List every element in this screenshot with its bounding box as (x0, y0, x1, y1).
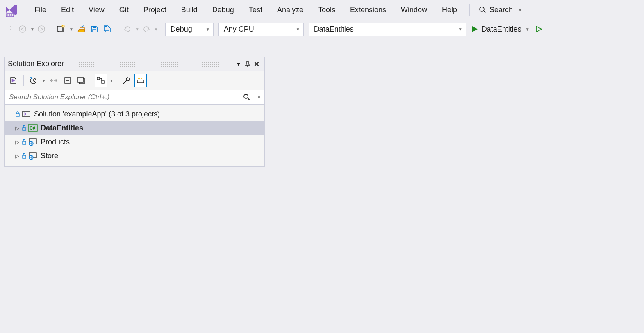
project-node-products[interactable]: ▷ Products (5, 135, 264, 149)
search-button[interactable] (239, 94, 254, 101)
start-debug-button[interactable]: DataEntities ▼ (471, 25, 530, 34)
svg-point-4 (9, 26, 9, 27)
platform-dropdown[interactable]: Any CPU ▼ (218, 23, 304, 36)
svg-point-2 (480, 7, 484, 11)
menu-debug[interactable]: Debug (205, 2, 241, 18)
configuration-dropdown[interactable]: Debug ▼ (165, 23, 214, 36)
chevron-down-icon[interactable]: ▼ (109, 78, 114, 83)
close-button[interactable] (252, 59, 261, 68)
project-node-store[interactable]: ▷ Store (5, 149, 264, 163)
main-toolbar: ▼ ▼ ▼ ▼ Debug ▼ Any CPU ▼ DataEntities ▼… (0, 20, 644, 39)
pending-changes-filter-button[interactable] (27, 74, 39, 87)
svg-text:PRE: PRE (7, 14, 14, 16)
svg-point-11 (38, 26, 45, 32)
search-label: Search (489, 6, 513, 14)
startup-project-dropdown[interactable]: DataEntities ▼ (309, 23, 466, 36)
menu-help[interactable]: Help (435, 2, 464, 18)
chevron-down-icon: ▼ (458, 27, 462, 32)
menu-project[interactable]: Project (136, 2, 174, 18)
search-icon (479, 6, 486, 14)
solution-search-input[interactable] (5, 93, 239, 101)
chevron-down-icon[interactable]: ▼ (42, 78, 46, 83)
track-active-button[interactable] (95, 74, 107, 87)
chevron-down-icon[interactable]: ▼ (135, 27, 139, 32)
svg-rect-25 (102, 81, 104, 83)
solution-tree: Solution 'exampleApp' (3 of 3 projects) … (5, 105, 264, 166)
svg-line-26 (123, 80, 127, 84)
grab-handle-icon (4, 23, 16, 35)
menu-tools[interactable]: Tools (311, 2, 343, 18)
properties-button[interactable] (121, 74, 133, 87)
configuration-value: Debug (171, 25, 192, 34)
svg-point-8 (9, 32, 9, 32)
menu-build[interactable]: Build (174, 2, 205, 18)
menu-window[interactable]: Window (394, 2, 435, 18)
svg-point-6 (9, 29, 9, 30)
chevron-down-icon: ▼ (526, 27, 530, 32)
solution-explorer-toolbar: ▼ ▼ (5, 71, 264, 90)
web-project-icon (27, 152, 38, 160)
window-position-button[interactable]: ▼ (234, 59, 243, 68)
panel-title: Solution Explorer (8, 59, 64, 68)
lock-icon (21, 153, 27, 159)
menu-divider (469, 4, 470, 16)
menu-extensions[interactable]: Extensions (343, 2, 394, 18)
search-options-button[interactable]: ▼ (254, 95, 264, 100)
open-file-button[interactable] (74, 23, 87, 35)
menu-bar: PRE File Edit View Git Project Build Deb… (0, 0, 644, 20)
project-label: DataEntities (38, 124, 83, 132)
expand-arrow-icon[interactable]: ▷ (14, 125, 21, 131)
svg-point-5 (10, 26, 11, 27)
menu-file[interactable]: File (27, 2, 54, 18)
chevron-down-icon[interactable]: ▼ (30, 27, 34, 32)
chevron-down-icon: ▼ (296, 27, 300, 32)
home-button[interactable] (8, 74, 20, 87)
vs-logo-icon: PRE (4, 2, 19, 17)
solution-icon (21, 110, 32, 118)
svg-text:C#: C# (30, 125, 35, 130)
solution-search-row: ▼ (5, 90, 264, 105)
start-without-debug-button[interactable] (533, 23, 544, 35)
menu-view[interactable]: View (81, 2, 112, 18)
chevron-down-icon[interactable]: ▼ (154, 27, 158, 32)
menu-test[interactable]: Test (241, 2, 270, 18)
pin-icon (245, 61, 250, 67)
search-menu[interactable]: Search ▼ (475, 4, 526, 16)
save-button[interactable] (88, 23, 100, 35)
pin-button[interactable] (243, 59, 252, 68)
sync-button[interactable] (48, 74, 60, 87)
toolbar-separator (118, 24, 118, 34)
solution-explorer-panel: Solution Explorer ▼ ▼ ▼ ▼ S (4, 57, 265, 166)
menu-analyze[interactable]: Analyze (270, 2, 311, 18)
svg-point-9 (10, 32, 11, 32)
save-all-button[interactable] (101, 23, 114, 35)
svg-rect-15 (93, 26, 96, 28)
expand-arrow-icon[interactable]: ▷ (14, 153, 21, 159)
expand-arrow-icon[interactable]: ▷ (14, 139, 21, 145)
web-project-icon (27, 138, 38, 146)
run-label: DataEntities (482, 25, 521, 34)
preview-button[interactable] (134, 74, 147, 87)
menu-git[interactable]: Git (112, 2, 136, 18)
startup-project-value: DataEntities (314, 25, 354, 34)
svg-rect-27 (137, 80, 144, 83)
show-all-files-button[interactable] (75, 74, 88, 87)
svg-point-10 (19, 26, 26, 32)
new-project-button[interactable] (55, 23, 68, 35)
panel-drag-handle[interactable] (68, 61, 230, 67)
svg-point-7 (10, 29, 11, 30)
toolbar-separator (91, 75, 91, 86)
collapse-all-button[interactable] (61, 74, 74, 87)
menu-edit[interactable]: Edit (54, 2, 81, 18)
csharp-project-icon: C# (27, 124, 38, 132)
svg-rect-23 (78, 77, 83, 82)
svg-line-29 (248, 98, 250, 100)
chevron-down-icon: ▼ (518, 7, 522, 12)
nav-back-button[interactable] (16, 23, 29, 35)
solution-node[interactable]: Solution 'exampleApp' (3 of 3 projects) (5, 107, 264, 121)
project-node-dataentities[interactable]: ▷ C# DataEntities (5, 121, 264, 135)
redo-button[interactable] (140, 23, 152, 35)
chevron-down-icon[interactable]: ▼ (69, 27, 73, 32)
undo-button[interactable] (121, 23, 134, 35)
nav-forward-button[interactable] (35, 23, 48, 35)
